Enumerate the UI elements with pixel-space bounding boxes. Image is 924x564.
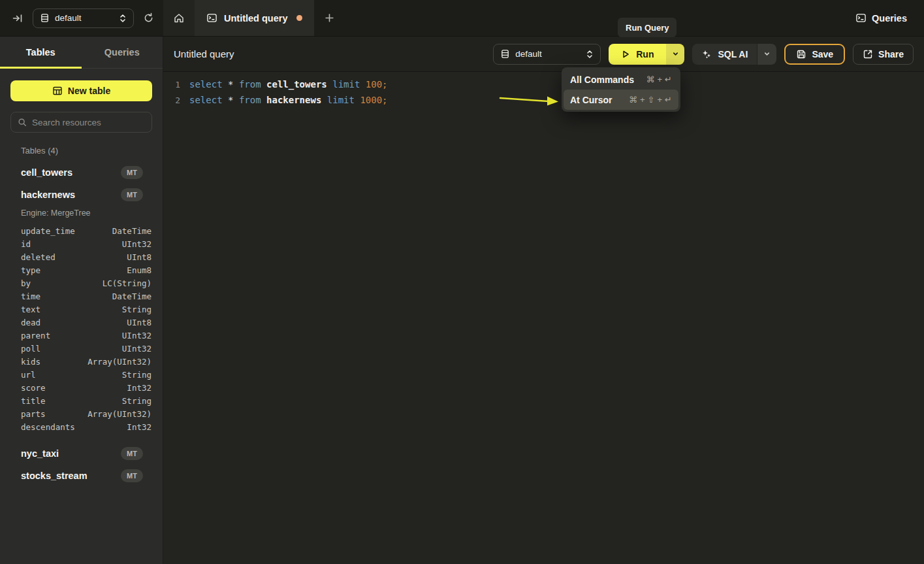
code-token: [321, 95, 327, 105]
collapse-sidebar-icon: [12, 12, 24, 24]
column-type: Int32: [127, 422, 151, 432]
code-token: 100: [366, 79, 382, 90]
engine-badge: MT: [121, 447, 143, 460]
column-row-descendants: descendantsInt32: [0, 420, 163, 433]
table-name: stocks_stream: [21, 471, 88, 481]
shortcut-key: ↵: [665, 95, 672, 105]
queries-button[interactable]: Queries: [849, 0, 924, 36]
engine-badge: MT: [121, 166, 143, 179]
database-selector-value: default: [55, 13, 114, 23]
search-icon: [18, 118, 27, 127]
table-row-stocks_stream[interactable]: stocks_streamMT: [0, 465, 163, 487]
column-type: DateTime: [112, 226, 151, 236]
refresh-button[interactable]: [143, 12, 154, 24]
new-tab-button[interactable]: [314, 0, 344, 36]
menu-item-shortcut: ⌘+⇧+↵: [629, 95, 672, 105]
search-input[interactable]: [32, 118, 148, 127]
run-button-label: Run: [636, 49, 654, 59]
table-row-nyc_taxi[interactable]: nyc_taxiMT: [0, 442, 163, 465]
sidebar-tab-tables[interactable]: Tables: [0, 37, 82, 68]
code-token: select: [189, 95, 223, 105]
line-number: 2: [163, 95, 180, 105]
code-token: [261, 79, 266, 90]
database-selector-value: default: [515, 49, 581, 59]
shortcut-key: +: [658, 95, 663, 105]
column-name: url: [21, 370, 36, 380]
menu-item-at-cursor[interactable]: At Cursor⌘+⇧+↵: [564, 90, 678, 110]
run-options-menu: All Commands⌘+↵At Cursor⌘+⇧+↵: [562, 67, 680, 112]
table-name: hackernews: [21, 190, 75, 200]
column-name: time: [21, 291, 40, 301]
table-row-hackernews[interactable]: hackernewsMT: [0, 184, 163, 206]
topbar-spacer: [344, 0, 849, 36]
terminal-icon: [855, 12, 867, 24]
column-type: UInt32: [122, 344, 151, 354]
tab-label: Untitled query: [224, 13, 287, 24]
column-type: UInt8: [127, 252, 151, 262]
toolbar-database-selector[interactable]: default: [493, 44, 601, 65]
topbar-database-selector[interactable]: default: [33, 8, 134, 28]
code-token: select: [189, 79, 223, 90]
database-icon: [40, 13, 50, 23]
code-token: ;: [382, 95, 387, 105]
menu-item-all-commands[interactable]: All Commands⌘+↵: [564, 69, 678, 90]
column-name: kids: [21, 357, 40, 367]
column-type: String: [122, 370, 151, 380]
table-name: nyc_taxi: [21, 448, 59, 459]
run-options-button[interactable]: [666, 44, 684, 65]
column-row-title: titleString: [0, 394, 163, 407]
code-token: cell_towers: [266, 79, 327, 90]
sparkles-icon: [701, 49, 712, 59]
column-row-text: textString: [0, 303, 163, 316]
code-token: ;: [382, 79, 387, 90]
column-type: Int32: [127, 383, 151, 393]
shortcut-key: ⌘: [629, 95, 637, 105]
shortcut-key: ↵: [665, 75, 672, 84]
share-button-label: Share: [878, 49, 904, 59]
new-table-button[interactable]: New table: [10, 80, 152, 101]
column-type: UInt8: [127, 318, 151, 327]
tab-untitled-query[interactable]: Untitled query: [195, 0, 314, 36]
shortcut-key: +: [658, 75, 663, 84]
column-row-score: scoreInt32: [0, 381, 163, 394]
share-icon: [863, 49, 873, 59]
toolbar-actions: default Run: [493, 44, 914, 65]
refresh-icon: [143, 12, 154, 24]
sql-editor[interactable]: 1select * from cell_towers limit 100;2se…: [163, 72, 924, 564]
chevron-down-icon: [672, 50, 679, 58]
code-token: limit: [327, 95, 355, 105]
menu-item-label: All Commands: [570, 75, 634, 85]
home-tab[interactable]: [163, 0, 195, 36]
code-token: [233, 79, 238, 90]
column-name: text: [21, 305, 40, 314]
column-name: poll: [21, 344, 40, 354]
column-type: LC(String): [103, 278, 151, 288]
column-row-url: urlString: [0, 368, 163, 381]
sidebar: Tables Queries New table Tables (4) cel: [0, 37, 163, 564]
save-button[interactable]: Save: [784, 44, 845, 65]
column-row-deleted: deletedUInt8: [0, 250, 163, 263]
chevron-up-down-icon: [119, 14, 127, 23]
sidebar-tabs: Tables Queries: [0, 37, 163, 69]
code-token: [223, 79, 228, 90]
code-token: [223, 95, 228, 105]
save-button-label: Save: [812, 49, 833, 59]
run-button[interactable]: Run: [609, 44, 666, 65]
sidebar-tab-queries[interactable]: Queries: [82, 37, 163, 68]
code-token: limit: [332, 79, 360, 90]
sql-ai-split-button: SQL AI: [692, 44, 776, 65]
sql-ai-button[interactable]: SQL AI: [692, 44, 757, 65]
table-row-cell_towers[interactable]: cell_towersMT: [0, 161, 163, 184]
code-token: [327, 79, 332, 90]
sql-ai-options-button[interactable]: [757, 44, 776, 65]
collapse-sidebar-button[interactable]: [12, 12, 24, 24]
code-token: from: [239, 95, 261, 105]
play-icon: [621, 50, 630, 59]
terminal-icon: [206, 12, 217, 24]
shortcut-key: ⌘: [646, 75, 655, 84]
save-icon: [796, 49, 806, 59]
column-name: dead: [21, 318, 40, 327]
topbar-left: default: [0, 0, 163, 36]
share-button[interactable]: Share: [853, 44, 914, 65]
code-token: [233, 95, 238, 105]
